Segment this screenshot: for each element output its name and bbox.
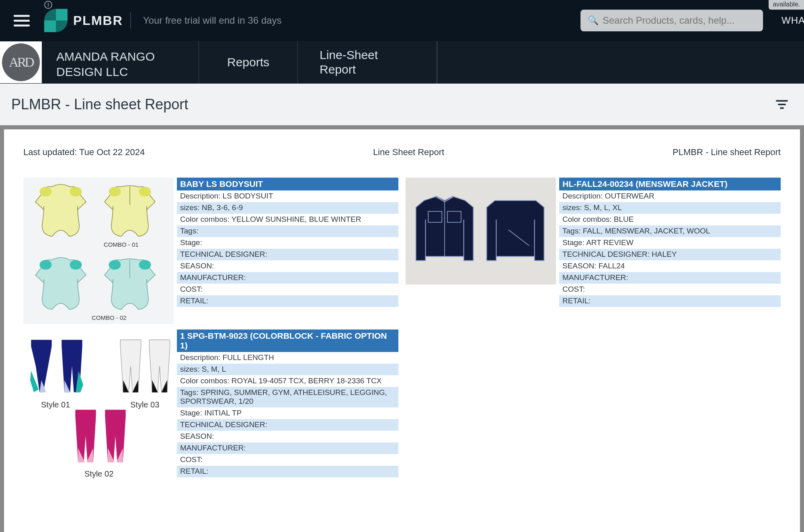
org-name-line2: DESIGN LLC — [56, 65, 128, 78]
sheet-header: Last updated: Tue Oct 22 2024 Line Sheet… — [23, 147, 781, 158]
divider — [130, 12, 131, 29]
product-thumbnail[interactable] — [406, 178, 556, 284]
row-combos: Color combos: YELLOW SUNSHINE, BLUE WINT… — [177, 214, 398, 225]
style-label-3: Style 03 — [130, 400, 159, 409]
row-sizes: sizes: S, M, L, XL — [559, 202, 781, 214]
row-cost: COST: — [177, 284, 398, 295]
svg-point-3 — [70, 187, 82, 196]
org-avatar[interactable]: ARD — [0, 41, 42, 83]
row-cost: COST: — [177, 454, 398, 466]
top-bar: i PLMBR Your free trial will end in 36 d… — [0, 0, 804, 41]
search-input[interactable] — [603, 15, 756, 26]
row-description: Description: FULL LENGTH — [177, 352, 398, 364]
svg-point-8 — [70, 260, 82, 270]
search-icon: 🔍 — [588, 15, 599, 26]
product-details: HL-FALL24-00234 (MENSWEAR JACKET) Descri… — [559, 178, 781, 307]
row-manufacturer: MANUFACTURER: — [177, 272, 398, 284]
row-sizes: sizes: S, M, L — [177, 364, 398, 375]
row-tech: TECHNICAL DESIGNER: HALEY — [559, 249, 781, 260]
svg-rect-0 — [56, 9, 68, 20]
row-retail: RETAIL: — [559, 295, 781, 307]
row-description: Description: OUTERWEAR — [559, 190, 781, 202]
style-label-2: Style 02 — [84, 469, 113, 479]
svg-point-10 — [139, 260, 151, 270]
nav-ls-line1: Line-Sheet — [320, 48, 378, 61]
sheet-center-title: Line Sheet Report — [373, 147, 444, 158]
nav-reports-label: Reports — [227, 55, 269, 69]
product-details: 1 SPG-BTM-9023 (COLORBLOCK - FABRIC OPTI… — [177, 329, 398, 477]
row-stage: Stage: INITIAL TP — [177, 407, 398, 419]
product-card: Style 01 Style 03 — [23, 329, 398, 477]
org-name[interactable]: AMANDA RANGO DESIGN LLC — [42, 41, 199, 84]
row-manufacturer: MANUFACTURER: — [559, 272, 781, 284]
row-season: SEASON: — [177, 431, 398, 442]
row-tags: Tags: FALL, MENSWEAR, JACKET, WOOL — [559, 225, 781, 237]
row-tech: TECHNICAL DESIGNER: — [177, 249, 398, 260]
nav-reports[interactable]: Reports — [199, 41, 297, 84]
card-grid: COMBO - 01 COMBO - — [23, 178, 781, 477]
product-title: 1 SPG-BTM-9023 (COLORBLOCK - FABRIC OPTI… — [177, 329, 398, 352]
svg-rect-1 — [44, 20, 56, 32]
menu-icon[interactable] — [14, 12, 31, 29]
row-retail: RETAIL: — [177, 466, 398, 477]
combo-label-2: COMBO - 02 — [92, 314, 127, 321]
page-title-bar: PLMBR - Line sheet Report — [0, 84, 804, 125]
product-card: COMBO - 01 COMBO - — [23, 178, 398, 324]
brand-logo-icon — [44, 9, 68, 32]
filter-icon[interactable] — [776, 98, 788, 111]
page-title: PLMBR - Line sheet Report — [11, 96, 188, 113]
row-sizes: sizes: NB, 3-6, 6-9 — [177, 202, 398, 214]
report-frame: Last updated: Tue Oct 22 2024 Line Sheet… — [0, 125, 804, 532]
row-tech: TECHNICAL DESIGNER: — [177, 419, 398, 431]
brand-logo[interactable]: i PLMBR — [44, 9, 123, 32]
sheet-right-title: PLMBR - Line sheet Report — [673, 147, 781, 158]
row-manufacturer: MANUFACTURER: — [177, 442, 398, 454]
svg-point-9 — [109, 260, 121, 270]
row-combos: Color combos: BLUE — [559, 214, 781, 225]
info-icon[interactable]: i — [44, 1, 52, 9]
product-card: HL-FALL24-00234 (MENSWEAR JACKET) Descri… — [406, 178, 781, 324]
svg-point-5 — [139, 187, 151, 196]
product-thumbnail[interactable]: Style 01 Style 03 — [23, 329, 174, 476]
row-season: SEASON: — [177, 260, 398, 272]
row-tags: Tags: SPRING, SUMMER, GYM, ATHELEISURE, … — [177, 387, 398, 407]
row-tags: Tags: — [177, 225, 398, 237]
row-season: SEASON: FALL24 — [559, 260, 781, 272]
svg-point-4 — [109, 187, 121, 196]
product-title: BABY LS BODYSUIT — [177, 178, 398, 190]
row-combos: Color combos: ROYAL 19-4057 TCX, BERRY 1… — [177, 375, 398, 387]
breadcrumb-bar: ARD AMANDA RANGO DESIGN LLC Reports Line… — [0, 41, 804, 84]
search-field[interactable]: 🔍 — [580, 10, 763, 31]
nav-line-sheet-report[interactable]: Line-Sheet Report — [297, 41, 437, 84]
report-sheet: Last updated: Tue Oct 22 2024 Line Sheet… — [4, 129, 800, 532]
row-retail: RETAIL: — [177, 295, 398, 307]
row-description: Description: LS BODYSUIT — [177, 190, 398, 202]
row-stage: Stage: ART REVIEW — [559, 237, 781, 249]
style-label-1: Style 01 — [41, 400, 70, 409]
trial-message: Your free trial will end in 36 days — [143, 15, 282, 26]
row-cost: COST: — [559, 284, 781, 295]
svg-point-2 — [40, 187, 52, 196]
brand-name: PLMBR — [73, 13, 123, 28]
row-stage: Stage: — [177, 237, 398, 249]
svg-point-7 — [40, 260, 52, 270]
product-title: HL-FALL24-00234 (MENSWEAR JACKET) — [559, 178, 781, 190]
nav-ls-line2: Report — [320, 63, 356, 76]
available-chip: available. — [769, 0, 804, 10]
product-details: BABY LS BODYSUIT Description: LS BODYSUI… — [177, 178, 398, 307]
last-updated: Last updated: Tue Oct 22 2024 — [23, 147, 145, 158]
org-avatar-initials: ARD — [2, 43, 40, 81]
product-thumbnail[interactable]: COMBO - 01 COMBO - — [23, 178, 174, 324]
combo-label-1: COMBO - 01 — [104, 241, 139, 248]
org-name-line1: AMANDA RANGO — [56, 50, 155, 63]
